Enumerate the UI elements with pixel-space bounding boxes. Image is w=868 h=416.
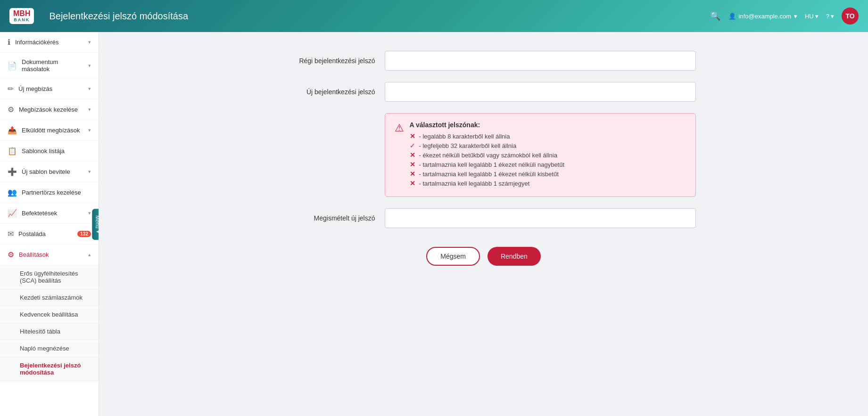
sub-item-label: Erős ügyfélhitelesítés (SCA) beállítás bbox=[20, 270, 78, 284]
rule-text: - tartalmaznia kell legalább 1 ékezet né… bbox=[419, 171, 559, 178]
gear-icon: ⚙ bbox=[8, 250, 14, 259]
user-chevron-icon bbox=[794, 13, 797, 20]
mail-icon: ✉ bbox=[8, 229, 14, 238]
button-row: Mégsem Rendben bbox=[272, 247, 696, 266]
user-menu[interactable]: 👤 info@example.com bbox=[728, 13, 797, 20]
chevron-up-icon: ▴ bbox=[88, 252, 91, 258]
list-icon: 📋 bbox=[8, 147, 17, 155]
logo-box: MBH BANK bbox=[9, 8, 34, 24]
chevron-right-icon: ▾ bbox=[88, 63, 91, 69]
sidebar-item-label: Dokumentum másolatok bbox=[22, 58, 83, 73]
document-icon: 📄 bbox=[8, 61, 17, 70]
rule-x-icon: ✕ bbox=[410, 132, 415, 140]
sidebar-item-label: Beállítások bbox=[19, 251, 83, 258]
layout: ℹ Információkérés ▾ 📄 Dokumentum másolat… bbox=[0, 32, 868, 416]
sidebar-item-label: Postaláda bbox=[18, 230, 73, 237]
rule-text: - tartalmaznia kell legalább 1 ékezet né… bbox=[419, 161, 565, 168]
sidebar-item-befektesetek[interactable]: 📈 Befektetések ▾ bbox=[0, 203, 99, 224]
main-content: Régi bejelentkezési jelszó Új bejelentke… bbox=[99, 32, 868, 416]
mail-badge: 132 bbox=[77, 231, 91, 237]
validation-box: ⚠ A választott jelszónak: ✕ - legalább 8… bbox=[385, 113, 696, 197]
old-password-input[interactable] bbox=[385, 51, 696, 71]
new-password-label: Új bejelentkezési jelszó bbox=[272, 88, 385, 96]
page-title: Bejelentkezési jelszó módosítása bbox=[49, 11, 188, 22]
sidebar-item-label: Partnertörzs kezelése bbox=[22, 189, 91, 196]
repeat-password-row: Megismételt új jelszó bbox=[272, 208, 696, 228]
avatar[interactable]: TO bbox=[842, 8, 859, 24]
sidebar-sub-bejelentkezesi-jelszo[interactable]: Bejelentkezési jelszó módosítása bbox=[0, 357, 99, 381]
logo-bank: BANK bbox=[14, 17, 30, 22]
validation-content: A választott jelszónak: ✕ - legalább 8 k… bbox=[410, 121, 686, 189]
sidebar-item-sablonok[interactable]: 📋 Sablonok listája bbox=[0, 141, 99, 162]
chevron-down-icon: ▾ bbox=[95, 230, 99, 233]
sidebar-item-label: Sablonok listája bbox=[22, 147, 91, 155]
validation-rule-3: ✕ - tartalmaznia kell legalább 1 ékezet … bbox=[410, 161, 686, 168]
old-password-label: Régi bejelentkezési jelszó bbox=[272, 57, 385, 65]
search-icon[interactable]: 🔍 bbox=[710, 10, 721, 22]
user-email: info@example.com bbox=[739, 13, 791, 20]
rule-x-icon: ✕ bbox=[410, 151, 415, 159]
repeat-password-input[interactable] bbox=[385, 208, 696, 228]
new-password-input[interactable] bbox=[385, 82, 696, 102]
rule-text: - legfeljebb 32 karakterből kell állnia bbox=[419, 142, 517, 149]
language-selector[interactable]: HU bbox=[805, 13, 818, 20]
sub-item-label: Hitelesítő tábla bbox=[20, 328, 60, 335]
repeat-password-label: Megismételt új jelszó bbox=[272, 214, 385, 222]
rule-text: - tartalmaznia kell legalább 1 számjegye… bbox=[419, 180, 530, 187]
sidebar-item-label: Elküldött megbízások bbox=[22, 127, 83, 134]
logo-mbh: MBH bbox=[13, 10, 30, 17]
validation-rule-1: ✓ - legfeljebb 32 karakterből kell állni… bbox=[410, 142, 686, 149]
sidebar-item-label: Befektetések bbox=[22, 210, 83, 217]
rule-text: - legalább 8 karakterből kell állnia bbox=[419, 133, 510, 140]
chevron-right-icon: ▾ bbox=[88, 86, 91, 92]
warning-icon: ⚠ bbox=[395, 122, 404, 189]
validation-rule-0: ✕ - legalább 8 karakterből kell állnia bbox=[410, 132, 686, 140]
chevron-right-icon: ▾ bbox=[88, 106, 91, 113]
sidebar-item-partnertorzs[interactable]: 👥 Partnertörzs kezelése bbox=[0, 182, 99, 203]
sub-item-label: Kedvencek beállítása bbox=[20, 311, 78, 318]
sidebar-item-beallitasok[interactable]: ⚙ Beállítások ▴ bbox=[0, 245, 99, 265]
info-icon: ℹ bbox=[8, 38, 10, 47]
sidebar-item-uj-megbizas[interactable]: ✏ Új megbízás ▾ bbox=[0, 79, 99, 99]
sub-item-label: Bejelentkezési jelszó módosítása bbox=[20, 362, 81, 376]
lang-label: HU bbox=[805, 13, 814, 20]
validation-rule-2: ✕ - ékezet nélküli betűkből vagy számokb… bbox=[410, 151, 686, 159]
sidebar-item-informaciokeres[interactable]: ℹ Információkérés ▾ bbox=[0, 32, 99, 53]
chevron-right-icon: ▾ bbox=[88, 169, 91, 175]
user-icon: 👤 bbox=[728, 13, 736, 20]
sidebar-item-postlada[interactable]: ✉ Postaláda 132 bbox=[0, 224, 99, 245]
sidebar-item-uj-sablon[interactable]: ➕ Új sablon bevitele ▾ bbox=[0, 162, 99, 182]
sidebar-item-megbizasok-kezelese[interactable]: ⚙ Megbízások kezelése ▾ bbox=[0, 99, 99, 120]
new-password-row: Új bejelentkezési jelszó bbox=[272, 82, 696, 102]
chevron-right-icon: ▾ bbox=[88, 210, 91, 216]
chart-icon: 📈 bbox=[8, 209, 17, 218]
header-actions: 🔍 👤 info@example.com HU ? TO bbox=[710, 8, 859, 24]
sidebar-sub-eros-ugyfel[interactable]: Erős ügyfélhitelesítés (SCA) beállítás bbox=[0, 265, 99, 289]
chevron-right-icon: ▾ bbox=[88, 127, 91, 133]
cancel-button[interactable]: Mégsem bbox=[426, 247, 480, 266]
sidebar-item-dokumentum[interactable]: 📄 Dokumentum másolatok ▾ bbox=[0, 53, 99, 79]
help-menu[interactable]: ? bbox=[826, 13, 834, 20]
help-chevron-icon bbox=[831, 13, 834, 20]
sidebar-item-elkuldo[interactable]: 📤 Elküldött megbízások ▾ bbox=[0, 120, 99, 141]
sidebar-sub-hitelesito-tabla[interactable]: Hitelesítő tábla bbox=[0, 323, 99, 340]
validation-title: A választott jelszónak: bbox=[410, 121, 686, 129]
sidebar-item-label: Információkérés bbox=[15, 39, 83, 46]
settings-icon: ⚙ bbox=[8, 105, 14, 114]
sidebar-sub-kezdeti-szamlaszamok[interactable]: Kezdeti számlaszámok bbox=[0, 289, 99, 306]
sidebar-item-label: Megbízások kezelése bbox=[19, 106, 83, 113]
logo: MBH BANK bbox=[9, 8, 40, 24]
sidebar-sub-kedvencek[interactable]: Kedvencek beállítása bbox=[0, 306, 99, 323]
menu-side-tab[interactable]: Menü ▾ bbox=[92, 209, 99, 240]
rule-x-icon: ✕ bbox=[410, 170, 415, 178]
rule-x-icon: ✕ bbox=[410, 161, 415, 168]
rule-x-icon: ✕ bbox=[410, 179, 415, 187]
sidebar-sub-naplo[interactable]: Napló megnézése bbox=[0, 340, 99, 357]
users-icon: 👥 bbox=[8, 188, 17, 197]
sidebar-item-label: Új megbízás bbox=[18, 85, 83, 92]
lang-chevron-icon bbox=[815, 13, 818, 20]
confirm-button[interactable]: Rendben bbox=[488, 247, 541, 266]
edit-icon: ✏ bbox=[8, 84, 14, 93]
rule-check-icon: ✓ bbox=[410, 142, 415, 149]
sidebar: ℹ Információkérés ▾ 📄 Dokumentum másolat… bbox=[0, 32, 99, 416]
